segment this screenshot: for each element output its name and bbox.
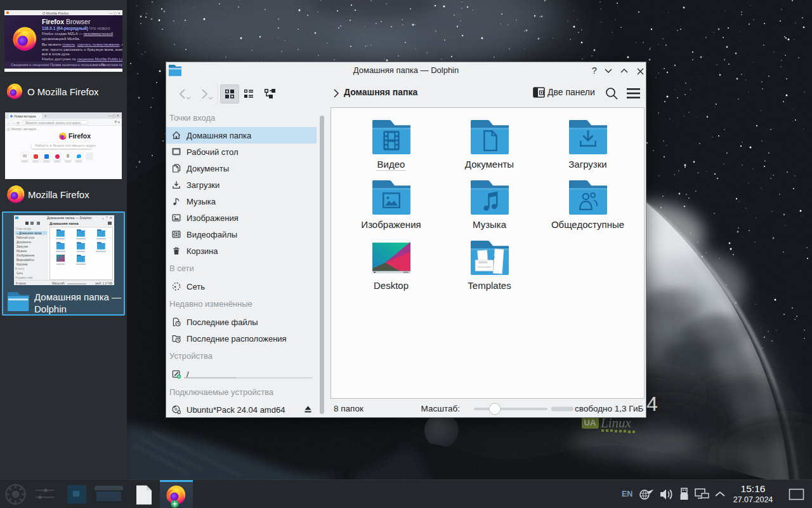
svg-text:?: ?: [592, 65, 597, 76]
svg-text:4: 4: [646, 392, 658, 415]
svg-text:UA: UA: [584, 418, 596, 427]
